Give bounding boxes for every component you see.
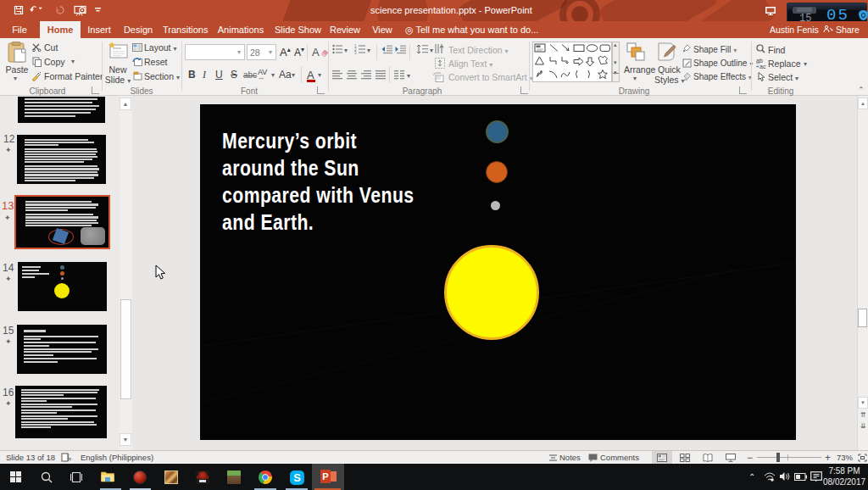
svg-text:3: 3 bbox=[354, 51, 357, 54]
svg-text:ab: ab bbox=[756, 58, 763, 64]
svg-text:A: A bbox=[440, 43, 443, 48]
svg-text:ac: ac bbox=[760, 64, 766, 69]
